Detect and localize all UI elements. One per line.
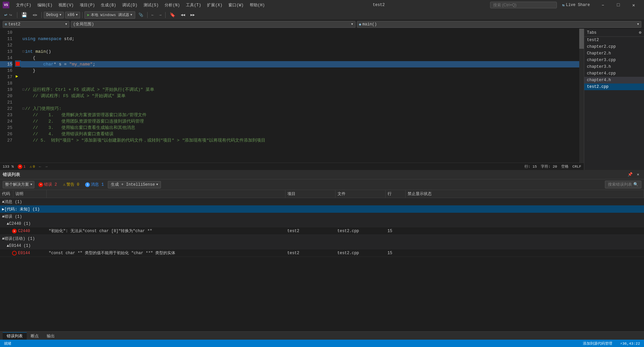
code-line-14: { [21, 55, 579, 61]
add-source-control[interactable]: 添加到源代码管理 [582, 341, 614, 346]
c2440-error-row[interactable]: ✕ C2440 "初始化": 无法从"const char [8]"转换为"ch… [0, 227, 644, 235]
tab-test2[interactable]: test2 [584, 37, 644, 43]
menu-project[interactable]: 项目(P) [77, 2, 98, 9]
e0144-error-row[interactable]: E0144 "const char *" 类型的值不能用于初始化 "char *… [0, 249, 644, 257]
col-header-code[interactable]: 代码 [0, 190, 13, 198]
redo-button[interactable]: ↪ [8, 12, 13, 18]
col-header-line[interactable]: 行 [386, 190, 406, 198]
coordinates-status[interactable]: ⚡36,43:22 [619, 341, 641, 346]
nav-back-button[interactable]: ← [150, 12, 156, 18]
indent-23 [22, 112, 33, 118]
col-header-project[interactable]: 项目 [285, 190, 336, 198]
code-lines[interactable]: using namespace std; □ int main () { [21, 29, 579, 163]
vs-logo: VS [3, 2, 9, 8]
warning-indicator[interactable]: ⚠ 0 [30, 164, 35, 169]
unknown-group-header[interactable]: ▶ [代码: 未知] (1) [0, 205, 644, 213]
comment-23: // 1. 使用解决方案资源管理器窗口添加/管理文件 [33, 112, 147, 118]
code-line-16: } [21, 67, 579, 74]
function-nav-dropdown[interactable]: ◉ main() ▼ [357, 21, 642, 28]
close-button[interactable]: ✕ [626, 0, 641, 10]
tab-Chapter2h[interactable]: Chapter2.h [584, 50, 644, 57]
error-panel-title: 错误列表 [3, 172, 20, 178]
save-group[interactable]: 💾 [19, 11, 29, 18]
line-num-25: 25 [0, 125, 12, 131]
e0144-group-header[interactable]: ▲ E0144 (1) [0, 242, 644, 249]
restore-button[interactable]: □ [611, 0, 626, 10]
search-input[interactable] [490, 2, 557, 8]
menu-help[interactable]: 帮助(H) [247, 2, 268, 9]
tab-chapter4h[interactable]: chapter4.h [584, 77, 644, 83]
tab-chapter3h[interactable]: chapter3.h [584, 63, 644, 70]
project-nav-dropdown[interactable]: ⚙ test2 ▼ [3, 21, 69, 28]
col-header-file[interactable]: 文件 [336, 190, 386, 198]
error-badge-icon: ✕ [38, 182, 43, 187]
menu-view[interactable]: 视图(V) [56, 2, 76, 9]
panel-close-button[interactable]: ✕ [635, 171, 641, 178]
errors-filter-button[interactable]: ✕ 错误 2 [36, 181, 59, 188]
menu-edit[interactable]: 编辑(E) [35, 2, 55, 9]
gutter-13 [15, 48, 21, 54]
scrollbar-thumb[interactable] [579, 29, 584, 49]
messages-filter-button[interactable]: i 消息 1 [83, 181, 105, 188]
collapse-19[interactable]: □ [22, 86, 24, 93]
nav-forward-indicator[interactable]: → [45, 165, 47, 169]
line-num-16: 16 [0, 67, 12, 74]
unknown-group-arrow: ▶ [2, 207, 4, 212]
line-num-20: 20 [0, 93, 12, 99]
menu-analyze[interactable]: 分析(N) [162, 2, 183, 9]
platform-dropdown[interactable]: x86 ▼ [65, 12, 80, 18]
bottom-tab-errorlist[interactable]: 错误列表 [3, 332, 27, 340]
bookmark-button[interactable]: 🔖 [168, 11, 177, 18]
scope-nav-dropdown[interactable]: (全局范围) ▼ [71, 21, 356, 28]
run-forward-button[interactable]: ▶ [35, 13, 38, 17]
bookmark-next-button[interactable]: ▶▶ [188, 12, 197, 18]
panel-pin-button[interactable]: 📌 [627, 171, 633, 178]
col-header-suppress[interactable]: 禁止显示状态 [406, 190, 644, 198]
errors-group-header[interactable]: ▲ 错误 (1) [0, 213, 644, 220]
vertical-scrollbar[interactable] [579, 29, 584, 163]
debug-config-dropdown[interactable]: Debug ▼ [44, 12, 63, 18]
col-header-desc[interactable]: 说明 [13, 190, 47, 198]
live-share-button[interactable]: ⇆ Live Share [560, 2, 593, 8]
bottom-tab-output[interactable]: 输出 [43, 332, 59, 340]
brace-close: } [33, 67, 35, 74]
attach-button[interactable]: 📎 [137, 12, 145, 18]
search-errors-box[interactable]: 搜索错误列表 🔍 [605, 181, 641, 188]
bookmark-prev-button[interactable]: ◀◀ [179, 12, 187, 18]
tabs-settings-icon[interactable]: ⚙ [639, 30, 641, 35]
undo-button[interactable]: ↩ [3, 12, 8, 18]
warnings-filter-button[interactable]: ⚠ 警告 0 [61, 181, 81, 188]
scope-dropdown[interactable]: 整个解决方案 ▼ [3, 181, 34, 188]
messages-count: 消息 1 [91, 182, 103, 187]
nav-back-indicator[interactable]: ← [39, 165, 41, 169]
menu-bar: 文件(F) 编辑(E) 视图(V) 项目(P) 生成(B) 调试(D) 测试(S… [13, 2, 267, 9]
menu-debug[interactable]: 调试(D) [120, 2, 140, 9]
menu-file[interactable]: 文件(F) [13, 2, 34, 9]
c2440-group-header[interactable]: ▲ C2440 (1) [0, 220, 644, 227]
nav-forward-button[interactable]: → [157, 12, 164, 18]
ready-status[interactable]: 就绪 [3, 341, 13, 346]
menu-build[interactable]: 生成(B) [98, 2, 119, 9]
bottom-tab-breakpoints[interactable]: 断点 [27, 332, 43, 340]
collapse-13[interactable]: □ [22, 48, 24, 55]
line-num-15: 15 [0, 61, 12, 67]
collapse-22[interactable]: □ [22, 106, 24, 112]
messages-group-header[interactable]: ▲ 消息 (1) [0, 198, 644, 205]
run-back-button[interactable]: ◀ [32, 13, 35, 17]
menu-test[interactable]: 测试(S) [141, 2, 162, 9]
tab-chapter3cpp[interactable]: chapter3.cpp [584, 57, 644, 63]
run-button[interactable]: ▶ 本地 Windows 调试器 ▼ [84, 11, 135, 19]
menu-extensions[interactable]: 扩展(X) [204, 2, 225, 9]
zoom-level[interactable]: 133 % [3, 165, 14, 169]
menu-window[interactable]: 窗口(W) [226, 2, 246, 9]
tab-test2cpp[interactable]: test2.cpp [584, 83, 644, 90]
build-filter-button[interactable]: 生成 + IntelliSense ▼ [108, 181, 161, 188]
tab-chapter4cpp[interactable]: chapter4.cpp [584, 70, 644, 77]
error-indicator[interactable]: ✕ 1 [18, 164, 26, 169]
menu-tools[interactable]: 工具(T) [183, 2, 204, 9]
tab-chapter2cpp[interactable]: chapter2.cpp [584, 43, 644, 50]
active-errors-group-header[interactable]: ▲ 错误(活动) (1) [0, 235, 644, 242]
minimize-button[interactable]: – [595, 0, 611, 10]
c2440-group-arrow: ▲ [7, 221, 9, 226]
code-content[interactable]: 10 11 12 13 14 15 16 17 18 19 20 21 22 2… [0, 29, 584, 163]
